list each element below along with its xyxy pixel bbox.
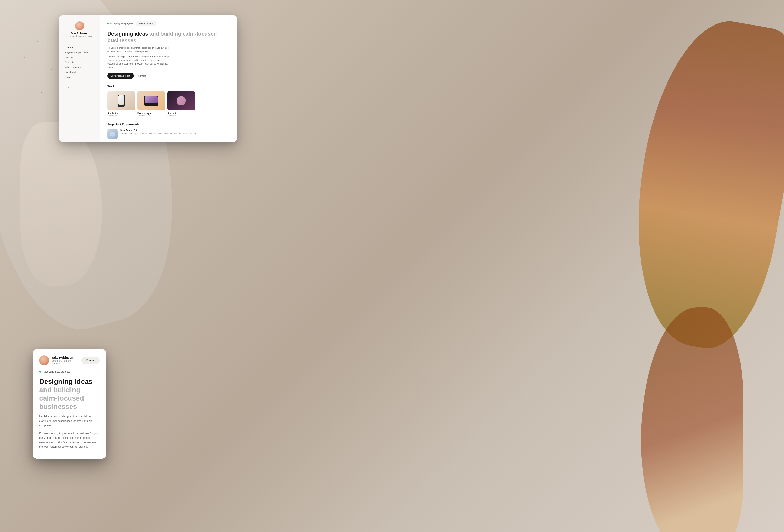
hero-title: Designing ideas and building calm-focuse… — [107, 30, 229, 44]
mobile-hero-title-gray: and building calm-focused businesses — [39, 386, 84, 410]
cta-secondary-button[interactable]: Contact — [136, 73, 148, 79]
avatar — [75, 22, 84, 30]
speckle — [25, 57, 25, 58]
nav-item-home[interactable]: Home — [63, 45, 96, 50]
mobile-name: Jake Robinson — [52, 356, 81, 359]
thumb-circle — [177, 96, 186, 105]
mobile-status: Accepting new projects — [39, 370, 100, 373]
work-company-synthetical: Synthetical AI — [137, 114, 165, 117]
nav-item-investments[interactable]: Investments — [63, 69, 96, 75]
work-section-title: Work — [107, 85, 229, 88]
mobile-role: Designer, Founder, Investor — [52, 359, 81, 365]
work-company-leesworth-b: Leesworh — [167, 114, 195, 117]
status-badge: Accepting new projects — [107, 22, 133, 25]
work-card-desktop-app[interactable]: Desktop app Synthetical AI — [137, 91, 165, 117]
thumb-desktop-bg — [137, 91, 165, 110]
projects-list: New Framer Site A brand spanking new web… — [107, 129, 229, 142]
sidebar-profile: Jake Robinson Designer, Founder, Investo… — [63, 22, 96, 37]
mobile-hero-desc-1: I'm Jake, a product designer that specia… — [39, 414, 100, 428]
nav-item-blog[interactable]: Blog — [63, 85, 96, 89]
mobile-card: Jake Robinson Designer, Founder, Investo… — [33, 349, 106, 458]
nav-item-testimonials[interactable]: What others say — [63, 65, 96, 69]
thumb-studio-b-bg — [167, 91, 195, 110]
hero-title-black: Designing ideas — [107, 31, 148, 37]
mobile-avatar — [39, 356, 49, 365]
cta-primary-button[interactable]: Let's start a project — [107, 73, 134, 79]
status-bar: Accepting new projects Start a project — [107, 21, 229, 26]
hero-desc-1: I'm Jake, a product designer that specia… — [107, 46, 173, 53]
mobile-contact-button[interactable]: Contact — [81, 357, 100, 364]
mobile-card-header: Jake Robinson Designer, Founder, Investo… — [39, 356, 100, 365]
status-dot — [107, 23, 109, 24]
work-name-studio-app: Studio App — [107, 112, 135, 114]
sidebar-role: Designer, Founder, Investor — [67, 35, 92, 37]
work-card-studio-b[interactable]: Studio A Leesworh — [167, 91, 195, 117]
project-name-framer: New Framer Site — [120, 129, 229, 132]
mobile-profile: Jake Robinson Designer, Founder, Investo… — [39, 356, 81, 365]
thumb-monitor-icon — [144, 95, 159, 106]
sidebar-nav: Home Projects & Experiments Services New… — [63, 42, 96, 79]
project-thumb-framer — [107, 129, 118, 139]
mobile-hero-desc-2: If you're seeking to partner with a desi… — [39, 431, 100, 449]
work-thumb-studio-app — [107, 91, 135, 110]
thumb-phone-icon — [118, 94, 125, 107]
speckle — [51, 69, 52, 70]
nav-item-newsletter[interactable]: Newsletter — [63, 60, 96, 65]
status-text: Accepting new projects — [110, 22, 133, 25]
nav-item-services[interactable]: Services — [63, 55, 96, 60]
hero-desc-2: If you're seeking to partner with a desi… — [107, 55, 173, 69]
sidebar: Jake Robinson Designer, Founder, Investo… — [59, 15, 100, 142]
projects-section-title: Projects & Experiments — [107, 122, 229, 126]
project-info-framer: New Framer Site A brand spanking new web… — [120, 129, 229, 135]
project-desc-framer: A brand spanking new website, built from… — [120, 132, 229, 135]
hero-buttons: Let's start a project Contact — [107, 73, 229, 79]
project-item-framer[interactable]: New Framer Site A brand spanking new web… — [107, 129, 229, 139]
work-name-studio-b: Studio A — [167, 112, 195, 114]
mobile-hero-title-black: Designing ideas — [39, 377, 92, 385]
main-content: Accepting new projects Start a project D… — [100, 15, 237, 142]
avatar-image — [75, 22, 84, 30]
thumb-studio-app-bg — [107, 91, 135, 110]
start-project-button[interactable]: Start a project — [136, 21, 156, 26]
work-company-leesworth: Leesworth — [107, 114, 135, 117]
nav-item-social[interactable]: Social — [63, 75, 96, 79]
speckle — [41, 92, 42, 93]
mobile-status-dot — [39, 371, 41, 372]
mobile-status-text: Accepting new projects — [43, 370, 70, 373]
framer-thumb-bg — [107, 129, 118, 139]
browser-window: Jake Robinson Designer, Founder, Investo… — [59, 15, 237, 142]
work-thumb-studio-b — [167, 91, 195, 110]
framer-thumb-icon — [110, 132, 115, 137]
mobile-hero-title: Designing ideas and building calm-focuse… — [39, 377, 100, 411]
work-card-studio-app[interactable]: Studio App Leesworth — [107, 91, 135, 117]
work-grid: Studio App Leesworth Desktop app Synthet… — [107, 91, 229, 117]
work-name-desktop-app: Desktop app — [137, 112, 165, 114]
sidebar-name: Jake Robinson — [67, 32, 92, 35]
speckle — [37, 41, 38, 41]
nav-item-projects[interactable]: Projects & Experiments — [63, 50, 96, 55]
work-thumb-desktop-app — [137, 91, 165, 110]
